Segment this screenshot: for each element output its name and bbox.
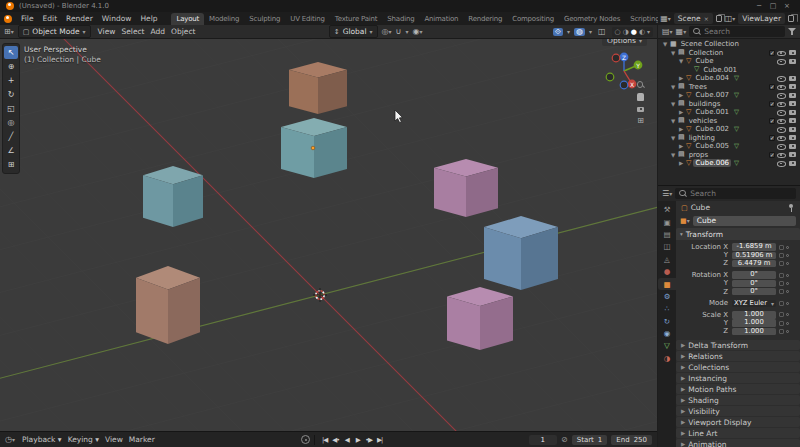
properties-search-input[interactable]: Search — [675, 188, 796, 199]
unlink-scene-icon[interactable]: × — [704, 15, 709, 22]
panel-relations[interactable]: ▶Relations — [676, 351, 800, 361]
blender-menu-icon[interactable] — [4, 15, 12, 23]
panel-shading[interactable]: ▶Shading — [676, 395, 800, 405]
transform-section-header[interactable]: ▾ Transform — [676, 228, 800, 240]
tool-add-cube-icon[interactable]: ⊞ — [4, 158, 18, 171]
timeline-menu-marker[interactable]: Marker — [126, 434, 158, 445]
pin-icon[interactable] — [787, 204, 795, 212]
tool-select-box-icon[interactable]: ↖ — [4, 46, 18, 59]
workspace-tab-geometry-nodes[interactable]: Geometry Nodes — [559, 13, 625, 25]
minimize-button[interactable]: ─ — [752, 2, 766, 10]
outliner-search-input[interactable]: Search — [689, 26, 785, 37]
eye-icon[interactable] — [777, 142, 786, 150]
proportional-editing-icon[interactable]: ◉▾ — [412, 28, 422, 36]
shading-rendered-icon[interactable]: ◐ — [639, 28, 645, 36]
camera-icon[interactable] — [788, 117, 797, 125]
outliner-row-buildings[interactable]: ▼▤buildings — [658, 100, 800, 109]
lock-icon[interactable] — [779, 261, 784, 266]
lock-icon[interactable] — [779, 245, 784, 250]
value-field[interactable]: 0° — [732, 271, 776, 278]
viewlayer-selector[interactable]: ViewLayer — [738, 13, 785, 24]
outliner-editor-type-icon[interactable]: ▤▾ — [662, 28, 673, 36]
filter-icon[interactable] — [788, 28, 796, 35]
camera-icon[interactable] — [788, 57, 797, 65]
jump-end-button[interactable]: ▶| — [374, 435, 385, 445]
expand-icon[interactable]: ▶ — [678, 75, 684, 81]
tool-rotate-icon[interactable]: ↻ — [4, 88, 18, 101]
workspace-tab-rendering[interactable]: Rendering — [463, 13, 507, 25]
checkbox-icon[interactable] — [769, 152, 776, 159]
properties-tab-tool-icon[interactable]: ⚒ — [658, 204, 676, 215]
camera-icon[interactable] — [788, 134, 797, 142]
lock-icon[interactable] — [779, 321, 784, 326]
panel-animation[interactable]: ▶Animation — [676, 439, 800, 447]
viewport-3d[interactable]: User Perspective (1) Collection | Cube O… — [0, 39, 657, 431]
outliner-row-cube[interactable]: ▼▽Cube — [658, 57, 800, 66]
camera-view-icon[interactable] — [636, 105, 645, 113]
properties-tab-modifiers-icon[interactable]: ⚙ — [658, 291, 676, 302]
expand-icon[interactable]: ▼ — [670, 84, 676, 90]
value-field[interactable]: 1.000 — [732, 328, 776, 335]
show-gizmo-icon[interactable]: ⟐ — [553, 28, 563, 36]
animate-decorator-icon[interactable] — [786, 290, 789, 293]
properties-tab-physics-icon[interactable]: ↻ — [658, 316, 676, 327]
lock-icon[interactable] — [779, 281, 784, 286]
outliner-row-cube-001[interactable]: ▽Cube.001 — [658, 66, 800, 75]
tool-move-icon[interactable]: + — [4, 74, 18, 87]
outliner-row-vehicles[interactable]: ▼▤vehicles — [658, 117, 800, 126]
outliner-row-cube-007[interactable]: ▶▽Cube.007▽ — [658, 91, 800, 100]
eye-icon[interactable] — [777, 83, 786, 91]
eye-icon[interactable] — [777, 74, 786, 82]
expand-icon[interactable]: ▼ — [678, 58, 684, 64]
expand-icon[interactable]: ▶ — [678, 109, 684, 115]
viewport-menu-view[interactable]: View — [95, 26, 119, 37]
editor-type-icon[interactable]: ⊞▾ — [4, 28, 14, 36]
panel-visibility[interactable]: ▶Visibility — [676, 406, 800, 416]
viewport-menu-select[interactable]: Select — [118, 26, 147, 37]
outliner-row-scene-collection[interactable]: ▼▦Scene Collection — [658, 40, 800, 49]
properties-tab-scene-icon[interactable]: ◬ — [658, 254, 676, 265]
orientation-dropdown[interactable]: ↕ Global ▾ — [329, 25, 378, 38]
eye-icon[interactable] — [777, 151, 786, 159]
viewport-menu-add[interactable]: Add — [148, 26, 169, 37]
shading-wireframe-icon[interactable]: ○ — [615, 28, 621, 36]
panel-delta-transform[interactable]: ▶Delta Transform — [676, 340, 800, 350]
menu-edit[interactable]: Edit — [39, 13, 62, 24]
animate-decorator-icon[interactable] — [786, 322, 789, 325]
outliner-row-props[interactable]: ▼▤props — [658, 151, 800, 160]
properties-tab-world-icon[interactable]: ● — [658, 266, 676, 277]
tool-annotate-icon[interactable]: ╱ — [4, 130, 18, 143]
start-frame-field[interactable]: Start 1 — [572, 435, 608, 445]
tool-cursor-icon[interactable]: ⊕ — [4, 60, 18, 73]
properties-tab-data-icon[interactable]: ▽ — [658, 340, 676, 351]
play-reverse-button[interactable]: ◀ — [341, 435, 352, 445]
animate-decorator-icon[interactable] — [786, 262, 789, 265]
new-viewlayer-icon[interactable] — [788, 15, 794, 22]
value-field[interactable]: 0° — [732, 288, 776, 295]
close-button[interactable]: × — [780, 2, 794, 10]
shading-solid-icon[interactable]: ◑ — [623, 28, 629, 36]
camera-icon[interactable] — [788, 74, 797, 82]
shading-dropdown-icon[interactable]: ▾ — [647, 28, 650, 35]
camera-icon[interactable] — [788, 108, 797, 116]
toggle-xray-icon[interactable]: ◫ — [596, 28, 608, 36]
expand-icon[interactable]: ▶ — [678, 143, 684, 149]
outliner-row-trees[interactable]: ▼▤Trees — [658, 83, 800, 92]
expand-icon[interactable]: ▼ — [662, 41, 668, 47]
tool-scale-icon[interactable]: ◱ — [4, 102, 18, 115]
new-scene-icon[interactable] — [716, 15, 722, 22]
expand-icon[interactable]: ▶ — [678, 126, 684, 132]
lock-icon[interactable] — [779, 273, 784, 278]
properties-editor-type-icon[interactable]: ☰▾ — [662, 190, 672, 198]
breadcrumb-object[interactable]: Cube — [691, 203, 710, 212]
value-field[interactable]: 0.51906 m — [732, 252, 776, 259]
mode-dropdown[interactable]: ▢ Object Mode ▾ — [18, 25, 91, 38]
timeline-menu-view[interactable]: View — [102, 434, 126, 445]
expand-icon[interactable]: ▼ — [670, 135, 676, 141]
value-field[interactable]: 0° — [732, 280, 776, 287]
checkbox-icon[interactable] — [769, 135, 776, 142]
camera-icon[interactable] — [788, 100, 797, 108]
show-overlays-icon[interactable]: ◍ — [574, 28, 585, 36]
workspace-tab-scripting[interactable]: Scripting — [625, 13, 658, 25]
browse-viewlayer-icon[interactable]: ◫▾ — [725, 15, 736, 23]
